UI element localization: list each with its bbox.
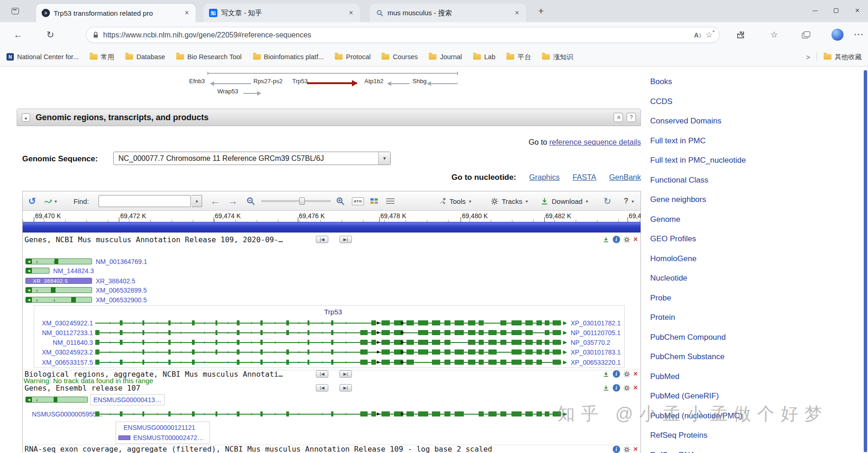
transcript-label[interactable]: XM_030245922.1 <box>41 319 93 327</box>
pan-right-button[interactable]: → <box>228 191 238 211</box>
track-settings-icon[interactable] <box>623 236 630 243</box>
find-input[interactable] <box>98 195 191 207</box>
sidebar-link[interactable]: Nucleotide <box>650 274 687 283</box>
chromosome-overview-bar[interactable] <box>23 222 640 233</box>
sidebar-link[interactable]: Full text in PMC_nucleotide <box>650 156 746 165</box>
sidebar-link[interactable]: Functional Class <box>650 176 708 185</box>
track-settings-icon[interactable] <box>623 446 630 453</box>
graphics-link[interactable]: Graphics <box>529 173 560 182</box>
sidebar-link[interactable]: RefSeq Proteins <box>650 431 708 440</box>
tab-zhihu[interactable]: 知 写文章 - 知乎 × <box>203 4 360 22</box>
track-download-icon[interactable] <box>603 371 609 378</box>
transcript-label[interactable]: XM_006533157.5 <box>41 359 93 366</box>
sidebar-link[interactable]: Full text in PMC <box>650 136 706 146</box>
bookmark-folder-changyong[interactable]: 常用 <box>90 53 114 61</box>
extensions-icon[interactable] <box>733 28 747 42</box>
collapse-tracks-button[interactable] <box>386 191 394 211</box>
read-aloud-icon[interactable]: A) <box>694 31 701 39</box>
gene-model-label[interactable]: XR_388402.5 <box>96 277 135 285</box>
gene-model-label[interactable]: XM_006532899.5 <box>96 287 147 294</box>
transcript-structure[interactable]: ›››››››››››▶▶▶ <box>95 319 567 326</box>
pan-history-icon[interactable]: ▾ <box>44 191 57 211</box>
section-help-button[interactable]: ? <box>627 113 636 122</box>
zoom-slider[interactable] <box>261 197 331 205</box>
bookmark-folder-database[interactable]: Database <box>125 53 165 61</box>
tools-menu-button[interactable]: Tools ▾ <box>435 194 475 208</box>
transcript-structure[interactable]: ›››››››››››▶▶▶ <box>95 349 567 355</box>
ensembl-gene-label[interactable]: ENSMUSG00000121121 <box>123 424 195 431</box>
new-tab-button[interactable]: + <box>535 5 548 17</box>
gene-model-bar[interactable]: ◀ <box>25 268 49 274</box>
gene-label-trp53[interactable]: Trp53 <box>292 78 308 85</box>
bookmark-folder-courses[interactable]: Courses <box>382 53 418 61</box>
sidebar-link[interactable]: HomoloGene <box>650 254 696 263</box>
gene-label-efnb3[interactable]: Efnb3 <box>189 78 205 85</box>
ensembl-gene-label[interactable]: NSMUSG0000005955… <box>32 410 93 418</box>
add-favorite-icon[interactable]: ☆+ <box>706 30 713 40</box>
tracks-menu-button[interactable]: Tracks ▾ <box>487 194 531 208</box>
track-info-icon[interactable]: i <box>613 384 620 392</box>
back-button[interactable]: ← <box>11 28 25 42</box>
sidebar-link[interactable]: PubChem Substance <box>650 352 725 361</box>
track-page-end-button[interactable]: ▶| <box>339 384 352 392</box>
protein-label[interactable]: NP_001120705.1 <box>571 329 621 337</box>
bookmark-folder-journal[interactable]: Journal <box>429 53 462 61</box>
tab-search[interactable]: mus musculus - 搜索 × <box>370 4 526 22</box>
refresh-view-button[interactable]: ↻ <box>603 191 611 211</box>
protein-label[interactable]: XP_030101782.1 <box>571 319 621 327</box>
panels-config-button[interactable] <box>370 191 378 211</box>
track-settings-icon[interactable] <box>623 385 630 392</box>
track-header-ensembl[interactable]: Genes, Ensembl release 107 <box>23 384 640 392</box>
scrollbar-thumb[interactable] <box>864 70 867 452</box>
collections-icon[interactable] <box>799 28 813 42</box>
gene-label-wrap53[interactable]: Wrap53 <box>217 88 238 95</box>
ensembl-gene-label[interactable]: ENSMUSG00000413… <box>93 396 161 404</box>
gene-label-rps27ps2[interactable]: Rps27-ps2 <box>253 78 283 85</box>
sidebar-link[interactable]: PubMed (GeneRIF) <box>650 392 719 401</box>
transcript-label[interactable]: NM_011640.3 <box>41 339 93 346</box>
download-menu-button[interactable]: Download ▾ <box>537 194 592 208</box>
sidebar-link[interactable]: RefSeq RNAs <box>650 451 699 453</box>
track-header-ncbi-genes[interactable]: Genes, NCBI Mus musculus Annotation Rele… <box>23 235 640 244</box>
sidebar-link[interactable]: GEO Profiles <box>650 234 696 244</box>
track-page-start-button[interactable]: |◀ <box>316 236 328 243</box>
track-page-end-button[interactable]: ▶| <box>339 236 352 243</box>
transcript-structure[interactable]: ›››››››››››▶▶▶ <box>95 339 567 346</box>
zoom-to-sequence-button[interactable]: ATG <box>352 191 364 211</box>
tab-close-icon[interactable]: × <box>182 8 192 18</box>
track-download-icon[interactable] <box>603 236 609 243</box>
track-settings-icon[interactable] <box>623 371 630 378</box>
track-page-start-button[interactable]: |◀ <box>316 384 328 392</box>
gene-symbol-label[interactable]: Trp53 <box>324 308 342 316</box>
undo-icon[interactable]: ↺ <box>28 191 36 211</box>
track-info-icon[interactable]: i <box>613 370 620 378</box>
gene-model-bar[interactable]: ◀‹‹ <box>25 287 92 293</box>
bookmark-folder-zhangzhishi[interactable]: 涨知识 <box>542 53 573 61</box>
genomic-sequence-select[interactable]: NC_000077.7 Chromosome 11 Reference GRCm… <box>113 152 391 165</box>
bookmark-folder-bioinfomatics[interactable]: Bioinfomatics platf... <box>253 53 324 61</box>
protein-label[interactable]: NP_035770.2 <box>571 339 610 346</box>
transcript-label[interactable]: XM_030245923.2 <box>41 349 93 356</box>
gene-label-atp1b2[interactable]: Atp1b2 <box>364 78 383 85</box>
gene-model-label[interactable]: NM_144824.3 <box>53 267 94 275</box>
sidebar-link[interactable]: Gene neighbors <box>650 195 706 204</box>
fasta-link[interactable]: FASTA <box>573 173 596 182</box>
refseq-details-link[interactable]: reference sequence details <box>549 138 641 146</box>
sidebar-link[interactable]: PubChem Compound <box>650 333 726 342</box>
ensembl-transcript-bar[interactable] <box>118 435 130 440</box>
scroll-to-top-button[interactable]: » <box>614 113 623 122</box>
track-header-rnaseq[interactable]: RNA-seq exon coverage, aggregate (filter… <box>23 445 640 453</box>
sidebar-link[interactable]: PubMed <box>650 372 679 381</box>
sidebar-link[interactable]: Protein <box>650 313 675 322</box>
track-info-icon[interactable]: i <box>613 446 620 453</box>
track-close-icon[interactable]: × <box>634 370 638 378</box>
sidebar-link[interactable]: Books <box>650 77 672 86</box>
track-page-start-button[interactable]: |◀ <box>316 370 328 378</box>
gene-model-bar[interactable]: ◀‹‹ <box>25 258 92 264</box>
page-scrollbar[interactable] <box>863 69 868 453</box>
transcript-structure[interactable]: ›››››››››››▶▶▶ <box>95 410 567 417</box>
bookmark-ncbi[interactable]: N National Center for... <box>6 53 79 61</box>
track-close-icon[interactable]: × <box>634 236 638 243</box>
sidebar-link[interactable]: CCDS <box>650 97 672 106</box>
gene-model-label[interactable]: NM_001364769.1 <box>96 258 147 265</box>
